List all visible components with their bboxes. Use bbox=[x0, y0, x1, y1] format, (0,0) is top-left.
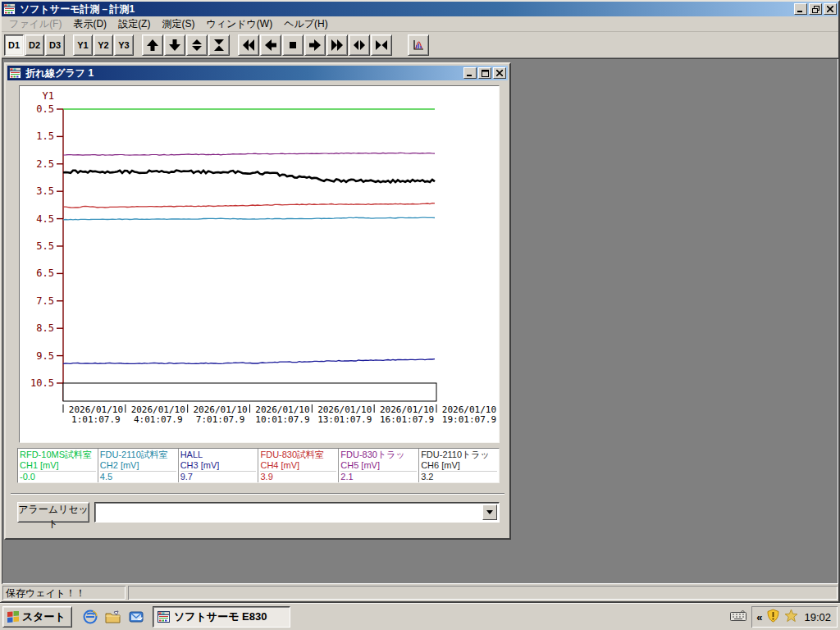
legend-channel: CH6 [mV] bbox=[421, 460, 497, 471]
legend-value: 3.9 bbox=[260, 471, 336, 482]
taskbar: スタート bbox=[0, 603, 840, 630]
graph-window-icon bbox=[9, 67, 22, 79]
main-titlebar: ソフトサーモ計測－計測1 bbox=[2, 2, 838, 16]
legend-cell-ch2: FDU-2110試料室CH2 [mV]4.5 bbox=[98, 449, 179, 482]
minimize-button[interactable] bbox=[794, 3, 807, 15]
windows-logo-icon bbox=[7, 611, 20, 623]
mdi-area: 折れ線グラフ 1 0.51.52.53.54.55.56.57.58.59.51… bbox=[2, 58, 838, 584]
legend-value: 2.1 bbox=[340, 471, 417, 482]
svg-text:10:01:07.9: 10:01:07.9 bbox=[255, 414, 309, 425]
menubar: ファイル(F) 表示(D) 設定(Z) 測定(S) ウィンドウ(W) ヘルプ(H… bbox=[2, 16, 838, 32]
svg-text:1:01:07.9: 1:01:07.9 bbox=[71, 414, 121, 425]
menu-view[interactable]: 表示(D) bbox=[67, 16, 112, 33]
main-window-title: ソフトサーモ計測－計測1 bbox=[20, 2, 792, 16]
alarm-combobox[interactable] bbox=[94, 502, 500, 523]
step-left-button[interactable] bbox=[260, 34, 281, 56]
legend-channel: CH1 [mV] bbox=[20, 460, 96, 471]
quick-launch bbox=[82, 609, 144, 625]
line-chart: 0.51.52.53.54.55.56.57.58.59.510.5Y12026… bbox=[20, 86, 499, 442]
menu-help[interactable]: ヘルプ(H) bbox=[278, 16, 334, 33]
svg-text:7:01:07.9: 7:01:07.9 bbox=[196, 414, 245, 425]
series-CH3 bbox=[63, 359, 435, 364]
menu-window[interactable]: ウィンドウ(W) bbox=[200, 16, 278, 33]
arrow-right-icon bbox=[308, 39, 322, 52]
svg-text:7.5: 7.5 bbox=[36, 295, 54, 307]
toolbar-button-y3[interactable]: Y3 bbox=[114, 34, 134, 56]
svg-text:0.5: 0.5 bbox=[36, 103, 54, 115]
legend-value: 3.2 bbox=[421, 471, 497, 482]
svg-text:5.5: 5.5 bbox=[36, 240, 54, 252]
close-button[interactable] bbox=[824, 3, 837, 15]
step-right-button[interactable] bbox=[304, 34, 326, 56]
alarm-row: アラームリセット bbox=[7, 500, 508, 525]
arrow-down-icon bbox=[168, 39, 181, 52]
toolbar-button-d3[interactable]: D3 bbox=[45, 34, 65, 56]
series-CH5 bbox=[63, 153, 435, 155]
taskbar-app-button[interactable]: ソフトサーモ E830 bbox=[153, 606, 290, 628]
legend-name: FDU-830試料室 bbox=[260, 450, 336, 460]
compress-horizontal-button[interactable] bbox=[371, 34, 392, 56]
svg-text:13:01:07.9: 13:01:07.9 bbox=[317, 414, 372, 425]
svg-text:16:01:07.9: 16:01:07.9 bbox=[380, 414, 434, 425]
security-shield-icon[interactable] bbox=[766, 609, 780, 626]
toolbar-button-y1[interactable]: Y1 bbox=[73, 34, 93, 56]
legend-cell-ch3: HALLCH3 [mV]9.7 bbox=[179, 449, 259, 482]
app-task-icon bbox=[158, 611, 170, 623]
graph-close-button[interactable] bbox=[493, 67, 506, 79]
stop-icon bbox=[286, 39, 299, 52]
graph-window: 折れ線グラフ 1 0.51.52.53.54.55.56.57.58.59.51… bbox=[4, 62, 511, 540]
compress-vertical-icon bbox=[212, 39, 226, 52]
restore-button[interactable] bbox=[809, 3, 822, 15]
start-button[interactable]: スタート bbox=[2, 606, 72, 628]
expand-vertical-icon bbox=[190, 39, 203, 52]
fast-rewind-button[interactable] bbox=[238, 34, 259, 56]
menu-file[interactable]: ファイル(F) bbox=[3, 16, 67, 33]
legend-channel: CH5 [mV] bbox=[340, 460, 417, 471]
status-bar: 保存ウェイト！！ bbox=[2, 584, 838, 601]
expand-vertical-button[interactable] bbox=[186, 34, 208, 56]
graph-minimize-button[interactable] bbox=[463, 67, 477, 79]
scroll-up-button[interactable] bbox=[142, 34, 163, 56]
legend-value: 4.5 bbox=[100, 471, 176, 482]
separator bbox=[11, 493, 504, 495]
series-CH4 bbox=[63, 203, 435, 208]
svg-text:8.5: 8.5 bbox=[36, 322, 54, 334]
legend-value: -0.0 bbox=[20, 471, 96, 482]
status-message: 保存ウェイト！！ bbox=[2, 586, 126, 600]
toolbar-button-y2[interactable]: Y2 bbox=[94, 34, 113, 56]
keyboard-language-icon[interactable] bbox=[730, 609, 746, 624]
graph-window-titlebar: 折れ線グラフ 1 bbox=[7, 66, 508, 80]
graph-maximize-button[interactable] bbox=[478, 67, 491, 79]
series-CH2 bbox=[63, 217, 435, 220]
menu-settings[interactable]: 設定(Z) bbox=[112, 16, 156, 33]
taskbar-app-label: ソフトサーモ E830 bbox=[174, 609, 267, 624]
internet-explorer-icon[interactable] bbox=[82, 609, 98, 625]
dropdown-arrow-icon[interactable] bbox=[482, 504, 497, 520]
alarm-reset-button[interactable]: アラームリセット bbox=[17, 502, 89, 523]
update-star-icon[interactable] bbox=[784, 609, 798, 626]
histogram-view-button[interactable] bbox=[408, 34, 429, 56]
graph-window-title: 折れ線グラフ 1 bbox=[25, 66, 462, 80]
graph-window-body: 0.51.52.53.54.55.56.57.58.59.510.5Y12026… bbox=[7, 80, 508, 536]
compress-vertical-button[interactable] bbox=[208, 34, 230, 56]
double-left-icon bbox=[242, 39, 255, 52]
toolbar: D1 D2 D3 Y1 Y2 Y3 bbox=[2, 32, 838, 58]
fast-forward-button[interactable] bbox=[326, 34, 348, 56]
desktop: ソフトサーモ計測－計測1 ファイル(F) 表示(D) 設定(Z) 測定(S) ウ… bbox=[0, 0, 840, 630]
legend-value: 9.7 bbox=[180, 471, 257, 482]
chart-panel: 0.51.52.53.54.55.56.57.58.59.510.5Y12026… bbox=[19, 85, 500, 443]
expand-horizontal-button[interactable] bbox=[349, 34, 370, 56]
legend-cell-ch4: FDU-830試料室CH4 [mV]3.9 bbox=[258, 449, 339, 482]
show-desktop-icon[interactable] bbox=[105, 609, 121, 625]
tray-chevron[interactable]: « bbox=[756, 611, 762, 623]
legend-name: HALL bbox=[180, 450, 257, 460]
scroll-down-button[interactable] bbox=[164, 34, 185, 56]
outlook-express-icon[interactable] bbox=[128, 609, 144, 625]
stop-button[interactable] bbox=[282, 34, 304, 56]
toolbar-button-d1[interactable]: D1 bbox=[4, 34, 24, 56]
arrow-up-icon bbox=[146, 39, 159, 52]
toolbar-button-d2[interactable]: D2 bbox=[25, 34, 44, 56]
legend-name: FDU-2110トラッ bbox=[421, 450, 497, 460]
legend-cell-ch1: RFD-10MS試料室CH1 [mV]-0.0 bbox=[18, 449, 98, 482]
menu-measure[interactable]: 測定(S) bbox=[156, 16, 200, 33]
